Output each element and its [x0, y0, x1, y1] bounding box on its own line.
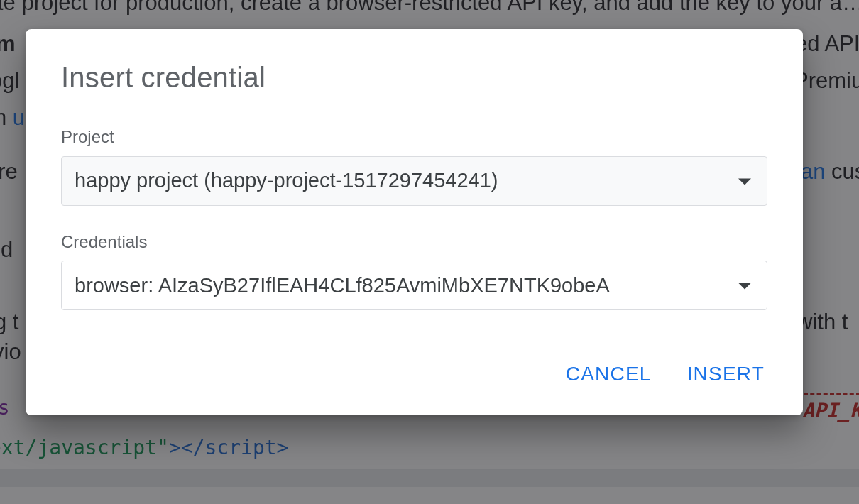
insert-credential-dialog: Insert credential Project happy project … [26, 29, 803, 415]
cancel-button[interactable]: CANCEL [553, 357, 664, 391]
project-label: Project [61, 125, 767, 149]
dialog-title: Insert credential [61, 62, 767, 94]
insert-button[interactable]: INSERT [674, 357, 777, 391]
dialog-actions: CANCEL INSERT [26, 340, 803, 415]
caret-down-icon [738, 283, 751, 290]
credentials-select-value: browser: AIzaSyB27IflEAH4CLf825AvmiMbXE7… [75, 274, 610, 297]
credentials-label: Credentials [61, 230, 767, 254]
credentials-select[interactable]: browser: AIzaSyB27IflEAH4CLf825AvmiMbXE7… [61, 261, 767, 310]
project-field-group: Project happy project (happy-project-151… [61, 125, 767, 206]
caret-down-icon [738, 178, 751, 185]
project-select-value: happy project (happy-project-15172974542… [75, 169, 498, 192]
project-select[interactable]: happy project (happy-project-15172974542… [61, 156, 767, 206]
credentials-field-group: Credentials browser: AIzaSyB27IflEAH4CLf… [61, 230, 767, 311]
